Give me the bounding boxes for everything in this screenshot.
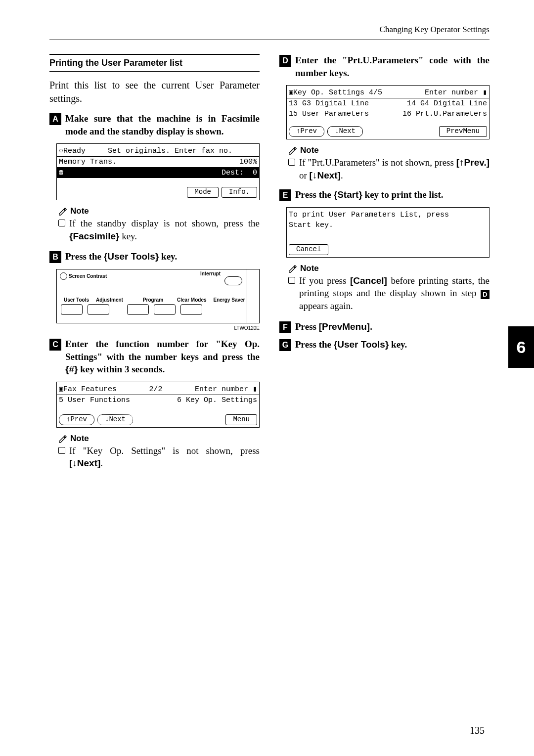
note-text-part: If "Key Op. Settings" is not shown, pres…: [69, 445, 260, 456]
clear-modes-button[interactable]: [154, 304, 176, 315]
note-label: Note: [70, 434, 89, 444]
lcd-text: 2/2: [149, 384, 162, 395]
step-text-part: key within 3 seconds.: [78, 364, 165, 374]
lcd-row: Memory Trans. 100%: [59, 157, 257, 167]
keycap-hash: #: [69, 364, 74, 374]
note-text-part: or: [299, 170, 310, 180]
control-panel-figure: Screen Contrast Interrupt User Tools Adj…: [56, 269, 260, 323]
note-text-part: key.: [119, 231, 137, 241]
figure-reference: LTWO120E: [56, 325, 260, 331]
note-label: Note: [300, 264, 319, 273]
lcd-text: 15 User Parameters: [289, 109, 369, 119]
section-title: Printing the User Parameter list: [49, 54, 260, 72]
lcd-next-button[interactable]: ↓Next: [327, 126, 363, 137]
panel-label: Program: [143, 297, 163, 303]
energy-saver-button[interactable]: [180, 304, 202, 315]
step-number-icon: C: [49, 339, 61, 351]
step-number-icon: F: [279, 321, 291, 333]
lcd-text: Dest: 0: [222, 168, 257, 178]
note-label: Note: [300, 145, 319, 155]
right-column: D Enter the "Prt.U.Parameters" code with…: [279, 54, 490, 470]
pencil-icon: [288, 146, 297, 155]
panel-label: Clear Modes: [177, 297, 206, 303]
step-text-part: Press the: [295, 189, 334, 200]
lcd-text: 16 Prt.U.Parameters: [402, 109, 487, 119]
left-column: Printing the User Parameter list Print t…: [49, 54, 260, 470]
step-ref-icon: D: [481, 290, 490, 299]
note-body: If "Prt.U.Parameters" is not shown, pres…: [288, 156, 490, 181]
lcd-info-button[interactable]: Info.: [222, 187, 257, 198]
note-text-part: If you press: [299, 275, 350, 286]
lcd-row: ☎ Dest: 0: [57, 168, 259, 178]
keycap-user-tools: User Tools: [107, 251, 155, 262]
chapter-tab: 6: [508, 326, 534, 368]
lcd-text: Enter number: [195, 385, 248, 394]
program-button[interactable]: [127, 304, 149, 315]
lcd-row: ▣Fax Features 2/2 Enter number ▮: [59, 384, 257, 395]
user-tools-button[interactable]: [61, 304, 83, 315]
step-4: D Enter the "Prt.U.Parameters" code with…: [279, 54, 490, 79]
keycap-prev: [↑Prev.]: [456, 157, 490, 168]
lcd-prev-button[interactable]: ↑Prev: [289, 126, 324, 137]
keycap-cancel: [Cancel]: [350, 275, 387, 286]
note-checkbox-icon: [58, 220, 65, 226]
step-text-part: Enter the function number for "Key Op. S…: [65, 339, 260, 362]
lcd-next-button[interactable]: ↓Next: [97, 414, 133, 425]
step-number-icon: G: [279, 339, 291, 351]
step-3: C Enter the function number for "Key Op.…: [49, 338, 260, 376]
lcd-standby: ○Ready Set originals. Enter fax no. Memo…: [56, 143, 260, 200]
step-text-part: Press: [295, 321, 319, 332]
interrupt-lamp-icon: [224, 276, 242, 285]
note-text-part: If the standby display is not shown, pre…: [69, 218, 260, 228]
step-2: B Press the {User Tools} key.: [49, 250, 260, 263]
note-text-part: .: [341, 170, 343, 180]
keycap-facsimile: Facsimile: [73, 231, 116, 241]
adjustment-button[interactable]: [88, 304, 109, 315]
panel-label: Interrupt: [200, 271, 221, 276]
note-checkbox-icon: [288, 159, 295, 166]
lcd-text: 13 G3 Digital Line: [289, 98, 369, 109]
note-heading: Note: [288, 264, 490, 273]
lcd-mode-button[interactable]: Mode: [187, 187, 219, 198]
keycap-next: [↓Next]: [69, 458, 100, 468]
note-body: If "Key Op. Settings" is not shown, pres…: [58, 445, 260, 470]
note-checkbox-icon: [58, 447, 65, 454]
page-number: 135: [470, 725, 485, 736]
step-number-icon: D: [279, 55, 291, 67]
note-text-part: appears again.: [299, 301, 353, 311]
running-header: Changing Key Operator Settings: [49, 25, 490, 35]
contrast-dial-icon: [60, 272, 67, 280]
step-text-part: key to print the list.: [362, 189, 444, 200]
step-4-text: Enter the "Prt.U.Parameters" code with t…: [295, 54, 490, 79]
pencil-icon: [58, 207, 67, 216]
lcd-text: 100%: [239, 157, 257, 167]
step-5: E Press the {Start} key to print the lis…: [279, 188, 490, 201]
step-text-part: key.: [389, 339, 407, 350]
note-text-part: .: [100, 458, 103, 468]
step-6: F Press [PrevMenu].: [279, 320, 490, 333]
note-heading: Note: [288, 145, 490, 155]
step-text-part: .: [370, 321, 372, 332]
lcd-prevmenu-button[interactable]: PrevMenu: [439, 126, 487, 137]
note-body: If the standby display is not shown, pre…: [58, 217, 260, 242]
lcd-row: To print User Parameters List, press: [289, 210, 487, 220]
note-body: If you press [Cancel] before printing st…: [288, 274, 490, 312]
pencil-icon: [58, 434, 67, 443]
note-checkbox-icon: [288, 277, 295, 284]
keycap-start: Start: [337, 189, 358, 200]
keycap-prevmenu: [PrevMenu]: [319, 321, 370, 332]
lcd-row: ○Ready Set originals. Enter fax no.: [59, 146, 257, 156]
lcd-row: ▣Key Op. Settings 4/5 Enter number ▮: [289, 88, 487, 98]
note-text-part: If "Prt.U.Parameters" is not shown, pres…: [299, 157, 456, 168]
phone-icon: ☎: [59, 168, 63, 178]
intro-paragraph: Print this list to see the current User …: [49, 79, 260, 105]
lcd-row: 15 User Parameters 16 Prt.U.Parameters: [289, 109, 487, 119]
lcd-prev-button[interactable]: ↑Prev: [59, 414, 94, 425]
step-number-icon: A: [49, 113, 61, 125]
note-label: Note: [70, 206, 89, 216]
lcd-fax-features: ▣Fax Features 2/2 Enter number ▮ 5 User …: [56, 382, 260, 428]
lcd-menu-button[interactable]: Menu: [225, 414, 257, 425]
note-heading: Note: [58, 206, 260, 216]
keycap-next: [↓Next]: [310, 170, 341, 180]
lcd-cancel-button[interactable]: Cancel: [289, 244, 328, 255]
